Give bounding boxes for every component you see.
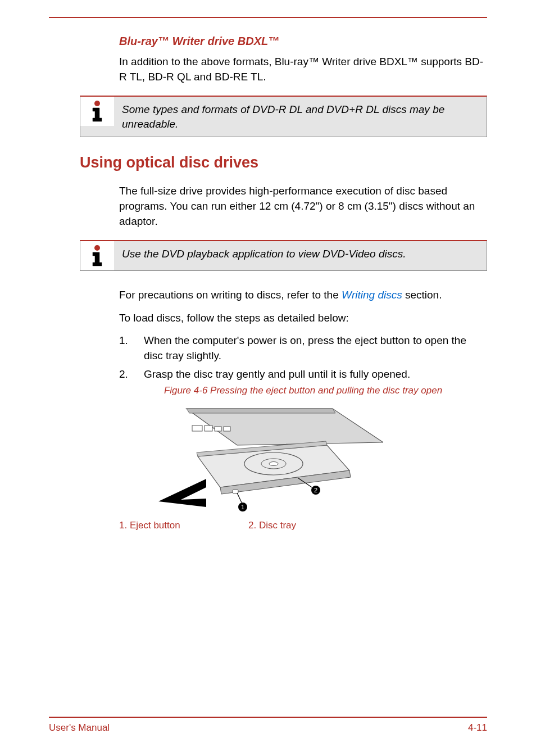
svg-text:2: 2 — [314, 487, 317, 494]
svg-rect-6 — [205, 425, 212, 431]
svg-rect-8 — [224, 427, 230, 431]
svg-rect-5 — [192, 425, 202, 431]
list-number: 1. — [119, 333, 144, 363]
paragraph-drive-performance: The full-size drive provides high-perfor… — [119, 184, 487, 229]
svg-point-0 — [94, 101, 100, 106]
svg-marker-16 — [158, 479, 206, 507]
note-text-dvd-dl: Some types and formats of DVD-R DL and D… — [114, 97, 487, 137]
list-text: Grasp the disc tray gently and pull unti… — [144, 367, 410, 382]
page-footer: User's Manual 4-11 — [49, 717, 487, 734]
figure-legend: 1. Eject button 2. Disc tray — [119, 520, 487, 531]
subheading-bluray: Blu-ray™ Writer drive BDXL™ — [119, 35, 487, 48]
paragraph-precautions: For precautions on writing to discs, ref… — [119, 288, 487, 303]
list-number: 2. — [119, 367, 144, 382]
info-icon-cell — [80, 97, 114, 126]
svg-text:1: 1 — [241, 504, 244, 510]
footer-page-number: 4-11 — [468, 722, 487, 734]
paragraph-load-discs-intro: To load discs, follow the steps as detai… — [119, 311, 487, 326]
footer-title: User's Manual — [49, 722, 110, 734]
info-icon-cell — [80, 241, 114, 270]
svg-point-1 — [94, 245, 100, 251]
paragraph-bluray-formats: In addition to the above formats, Blu-ra… — [119, 55, 487, 84]
text-precautions-suffix: section. — [402, 289, 442, 301]
svg-point-13 — [269, 462, 278, 466]
svg-line-19 — [237, 493, 242, 503]
note-text-dvd-playback: Use the DVD playback application to view… — [114, 241, 487, 267]
info-icon — [86, 243, 108, 268]
text-precautions-prefix: For precautions on writing to discs, ref… — [119, 289, 342, 301]
note-box-dvd-playback: Use the DVD playback application to view… — [80, 240, 487, 271]
figure-caption: Figure 4-6 Pressing the eject button and… — [119, 385, 487, 396]
legend-disc-tray: 2. Disc tray — [248, 520, 296, 531]
top-rule — [49, 17, 487, 18]
list-item: 2. Grasp the disc tray gently and pull u… — [119, 367, 487, 382]
svg-marker-4 — [187, 409, 335, 413]
link-writing-discs[interactable]: Writing discs — [342, 289, 402, 301]
page: Blu-ray™ Writer drive BDXL™ In addition … — [0, 0, 536, 756]
footer-rule — [49, 717, 487, 718]
note-box-dvd-dl: Some types and formats of DVD-R DL and D… — [80, 96, 487, 137]
figure-disc-tray: 1 2 — [153, 403, 383, 515]
list-text: When the computer's power is on, press t… — [144, 333, 487, 363]
section-heading-optical: Using optical disc drives — [80, 154, 487, 171]
info-icon — [86, 99, 108, 124]
legend-eject-button: 1. Eject button — [119, 520, 248, 531]
svg-rect-7 — [215, 427, 221, 431]
steps-list: 1. When the computer's power is on, pres… — [119, 333, 487, 382]
list-item: 1. When the computer's power is on, pres… — [119, 333, 487, 363]
